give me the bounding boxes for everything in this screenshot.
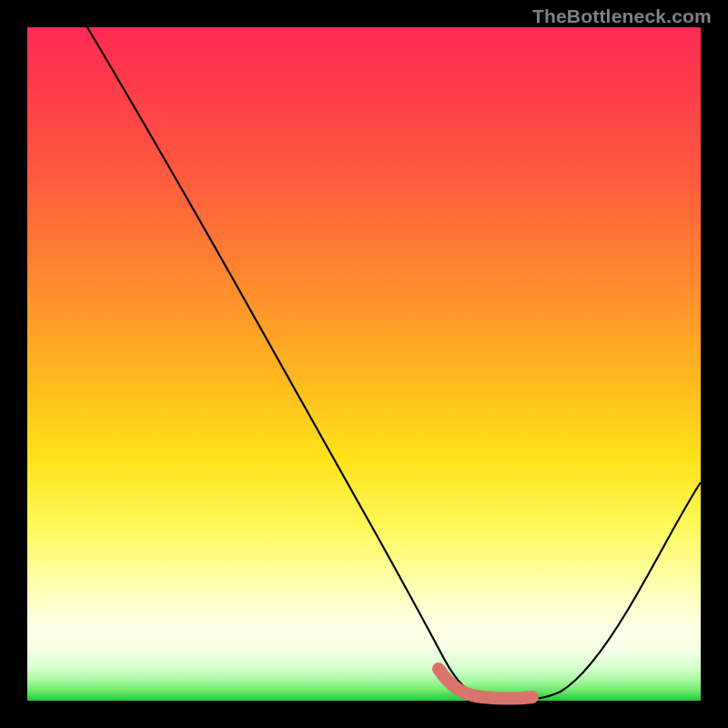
- chart-frame: TheBottleneck.com: [0, 0, 728, 728]
- watermark-text: TheBottleneck.com: [532, 5, 712, 27]
- curve-layer: [27, 27, 701, 701]
- bottleneck-curve: [87, 27, 701, 700]
